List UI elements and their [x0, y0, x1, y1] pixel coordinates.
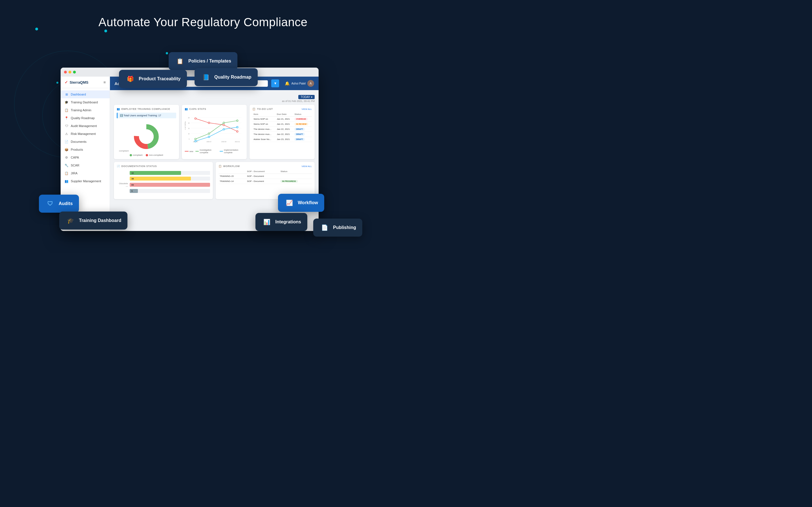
chevron-down-icon: ▾: [311, 96, 312, 99]
sidebar-label-documents: Documents: [71, 140, 87, 144]
legend-implementation: implementation complete: [220, 149, 244, 154]
svg-point-26: [195, 140, 196, 142]
bg-dot-4: [56, 82, 58, 83]
col-item: Item: [252, 112, 275, 117]
product-trace-icon: 🎁: [125, 74, 135, 84]
col-status: Status: [294, 112, 312, 117]
employee-training-title: 👥 EMPLOYEE TRAINING COMPLIANCE: [117, 108, 176, 110]
filter-button[interactable]: ▼: [271, 79, 279, 87]
svg-text:25: 25: [188, 117, 190, 119]
sidebar-item-dashboard[interactable]: ⊞ Dashboard: [61, 91, 110, 98]
doc-icon: 📄: [117, 165, 120, 168]
line-new: [185, 151, 189, 152]
bar-row-3: Obsolete — 69: [117, 182, 210, 187]
workflow-col-status: Status: [280, 169, 312, 174]
sidebar-header: ✓ SierraQMS ≡: [61, 76, 110, 88]
todo-title: 📋 TO-DO LIST: [252, 108, 273, 110]
svg-text:10: 10: [188, 133, 190, 135]
capa-icon: ⚙: [64, 156, 68, 159]
sidebar-label-products: Products: [71, 148, 83, 151]
sidebar-item-jira[interactable]: 📋 JIRA: [61, 169, 110, 177]
card-product-trace[interactable]: 🎁 Product Traceablity: [119, 70, 187, 88]
capa-line-chart: # of CAPAs 25 20 15 10: [185, 113, 244, 147]
workflow-status: [280, 174, 312, 179]
logo: ✓ SierraQMS: [64, 80, 88, 84]
todo-item: The device mus...: [252, 127, 275, 132]
products-icon: 📦: [64, 148, 68, 152]
table-row: The device mus... Jan 22, 2021 DRAFT: [252, 132, 312, 137]
status-badge: DRAFT: [295, 133, 305, 135]
sidebar-label-training-dashboard: Training Dashboard: [71, 101, 98, 104]
svg-point-22: [195, 138, 196, 140]
hero-title: Automate Your Regulatory Compliance: [98, 15, 307, 29]
card-quality-roadmap[interactable]: 📘 Quality Roadmap: [195, 68, 258, 86]
svg-point-18: [195, 118, 196, 119]
card-policies[interactable]: 📋 Policies / Templates: [168, 52, 238, 70]
sidebar-item-risk-management[interactable]: ⚠ Risk Management: [61, 130, 110, 138]
bar-label-obsolete: Obsolete —: [117, 182, 128, 187]
status-badge: DRAFT: [295, 138, 305, 140]
todo-status: IN REVIEW: [294, 122, 312, 127]
todo-widget: 📋 TO-DO LIST VIEW ALL Item Due Date Stat…: [250, 105, 315, 159]
risk-icon: ⚠: [64, 132, 68, 136]
employee-training-widget: 👥 EMPLOYEE TRAINING COMPLIANCE ℹ️ Total …: [114, 105, 179, 159]
dot-yellow: [68, 71, 71, 73]
svg-text:2021-01: 2021-01: [235, 141, 240, 143]
sidebar-item-documents[interactable]: 📄 Documents: [61, 138, 110, 146]
workflow-view-all[interactable]: VIEW ALL: [302, 165, 312, 168]
card-audits[interactable]: 🛡 Audits: [39, 194, 79, 213]
user-area: 🔔 Ashoi Patel A: [285, 80, 314, 87]
today-button[interactable]: TODAY ▾: [298, 95, 315, 99]
svg-point-19: [208, 122, 210, 124]
svg-point-20: [223, 124, 225, 126]
user-name: Ashoi Patel: [291, 82, 306, 85]
workflow-label: Workflow: [298, 200, 318, 205]
training-label: Training Dashboard: [79, 218, 121, 223]
publishing-label: Publishing: [333, 225, 356, 230]
dot-compliant: [130, 154, 132, 156]
workflow-doc: SOP - Document: [246, 179, 280, 184]
scar-icon: 🔧: [64, 163, 68, 167]
sidebar-item-capa[interactable]: ⚙ CAPA: [61, 154, 110, 161]
logo-text: SierraQMS: [70, 80, 88, 84]
todo-view-all[interactable]: VIEW ALL: [302, 108, 312, 110]
sidebar-nav: ⊞ Dashboard 🎓 Training Dashboard 📋 Train…: [61, 88, 110, 187]
bar-fill-3: 69: [130, 183, 210, 187]
doc-status-header: 📄 DOCUMENTATION STATUS: [117, 165, 210, 168]
todo-due: Jan 23, 2021: [276, 137, 294, 142]
svg-point-21: [237, 131, 238, 132]
sidebar-item-supplier[interactable]: 👥 Supplier Management: [61, 177, 110, 185]
workflow-table: SOP - Document Status TRAINING-15 SOP - …: [218, 169, 312, 184]
col-due-date: Due Date: [276, 112, 294, 117]
sidebar-item-audit-management[interactable]: 🛡 Audit Management: [61, 122, 110, 130]
avatar: A: [307, 80, 314, 87]
sidebar-item-scar[interactable]: 🔧 SCAR: [61, 161, 110, 169]
bar-row-1: 32: [117, 171, 210, 175]
notification-icon[interactable]: 🔔: [285, 81, 290, 86]
dot-red: [64, 71, 67, 73]
hamburger-button[interactable]: ≡: [103, 80, 106, 84]
legend-non-compliant: non-compliant: [146, 154, 163, 156]
card-training[interactable]: 🎓 Training Dashboard: [59, 212, 128, 230]
bar-fill-2: 38: [130, 177, 191, 180]
sidebar-item-products[interactable]: 📦 Products: [61, 146, 110, 154]
line-investigation: [195, 151, 199, 152]
card-integrations[interactable]: 📊 Integrations: [255, 213, 307, 231]
sidebar-item-quality-roadmap[interactable]: 📍 Quality Roadmap: [61, 114, 110, 122]
dashboard-icon: ⊞: [64, 93, 68, 96]
todo-table: Item Due Date Status Sierra SOP on Jan 2…: [252, 112, 312, 142]
capa-icon-title: 👥: [185, 108, 188, 110]
card-workflow[interactable]: 📈 Workflow: [278, 194, 324, 212]
compliance-info: ℹ️ Total Users assigned Training: 17: [117, 113, 176, 118]
sidebar-label-scar: SCAR: [71, 164, 80, 167]
status-badge: OVERDUE: [295, 118, 308, 120]
sidebar-item-training-admin[interactable]: 📋 Training Admin: [61, 106, 110, 114]
workflow-col-doc: SOP - Document: [246, 169, 280, 174]
sidebar-label-capa: CAPA: [71, 156, 79, 159]
quality-roadmap-label: Quality Roadmap: [214, 75, 252, 80]
bar-chart: 32 38 Obsolete —: [117, 169, 210, 196]
quality-roadmap-icon: 📘: [201, 72, 211, 82]
card-publishing[interactable]: 📄 Publishing: [313, 219, 362, 237]
table-row: TRAINING-15 SOP - Document: [218, 174, 312, 179]
sidebar-item-training-dashboard[interactable]: 🎓 Training Dashboard: [61, 98, 110, 106]
